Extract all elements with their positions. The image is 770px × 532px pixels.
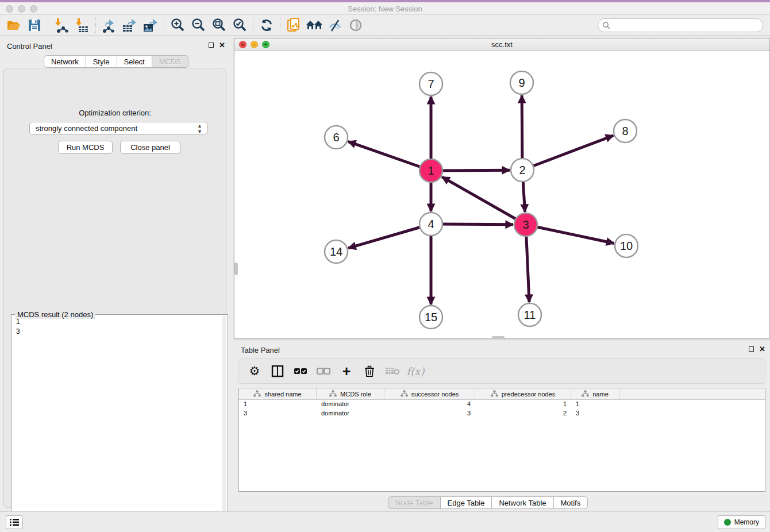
graph-node-14[interactable]: 14 [325, 240, 348, 263]
graph-node-1[interactable]: 1 [419, 159, 442, 182]
home-icon[interactable] [304, 17, 325, 34]
hide-panel-icon[interactable] [325, 17, 345, 34]
table-cell[interactable]: 1 [239, 400, 317, 409]
mcds-tab-content: Optimization criterion: strongly connect… [3, 68, 226, 508]
table-cell[interactable]: 3 [239, 409, 317, 418]
delete-column-icon[interactable] [362, 364, 377, 379]
table-cell[interactable]: dominator [317, 409, 384, 418]
column-header-MCDS-role[interactable]: MCDS role [317, 388, 384, 400]
table-cell[interactable]: 3 [571, 409, 619, 418]
mcds-result-title: MCDS result (2 nodes) [15, 310, 95, 319]
split-columns-icon[interactable] [270, 364, 285, 379]
tab-edge-table[interactable]: Edge Table [441, 496, 492, 509]
control-panel-title: Control Panel [7, 42, 52, 51]
search-input[interactable] [598, 18, 763, 32]
table-row[interactable]: 3dominator323 [239, 409, 765, 418]
tab-style[interactable]: Style [86, 55, 117, 68]
close-panel-icon[interactable]: ✕ [759, 346, 765, 352]
graph-node-2[interactable]: 2 [511, 159, 534, 182]
mcds-result-text[interactable]: 1 3 [13, 317, 20, 337]
import-table-icon[interactable] [72, 17, 93, 34]
table-cell[interactable]: 4 [384, 400, 475, 409]
export-table-icon[interactable] [120, 17, 140, 34]
tab-network[interactable]: Network [44, 55, 86, 68]
task-history-button[interactable] [6, 515, 23, 529]
tab-mcds[interactable]: MCDS [152, 55, 188, 68]
hierarchy-icon [329, 390, 337, 398]
criterion-dropdown[interactable]: strongly connected component ▲▼ [29, 122, 207, 135]
criterion-value: strongly connected component [36, 124, 137, 133]
result-scrollbar[interactable] [222, 316, 226, 530]
svg-text:9: 9 [518, 76, 525, 89]
edge-3-10[interactable] [526, 225, 614, 243]
toolbar-separator [253, 18, 253, 33]
refresh-icon[interactable] [256, 17, 277, 34]
zoom-selected-icon[interactable] [229, 17, 250, 34]
graph-node-7[interactable]: 7 [419, 72, 442, 95]
node-table: shared nameMCDS rolesuccessor nodesprede… [238, 388, 765, 492]
add-column-icon[interactable]: + [339, 364, 354, 379]
edge-2-8[interactable] [522, 136, 613, 170]
graph-node-15[interactable]: 15 [419, 306, 442, 329]
tab-network-table[interactable]: Network Table [492, 496, 553, 509]
delete-table-icon[interactable] [385, 364, 400, 379]
graph-node-4[interactable]: 4 [419, 213, 442, 236]
save-icon[interactable] [24, 17, 45, 34]
float-panel-icon[interactable] [749, 346, 754, 352]
table-cell[interactable]: 3 [384, 409, 475, 418]
column-header-predecessor-nodes[interactable]: predecessor nodes [475, 388, 571, 400]
column-header-shared-name[interactable]: shared name [239, 388, 317, 400]
clone-network-icon[interactable] [283, 17, 304, 34]
column-header-name[interactable]: name [571, 388, 619, 400]
tab-node-table[interactable]: Node Table [388, 496, 441, 509]
tab-select[interactable]: Select [117, 55, 152, 68]
run-mcds-button[interactable]: Run MCDS [58, 141, 113, 154]
toolbar-separator [95, 18, 96, 33]
zoom-in-icon[interactable] [167, 17, 188, 34]
zoom-out-icon[interactable] [188, 17, 209, 34]
memory-label: Memory [734, 518, 759, 526]
export-network-icon[interactable] [99, 17, 120, 34]
graph-node-3[interactable]: 3 [514, 213, 537, 236]
close-panel-icon[interactable]: ✕ [219, 42, 225, 48]
graph-node-10[interactable]: 10 [615, 234, 638, 257]
deselect-all-icon[interactable] [316, 364, 331, 379]
network-view-window: ✕ − + scc.txt 1234678910111415 [234, 38, 770, 339]
memory-button[interactable]: Memory [718, 515, 765, 529]
network-vscroll-handle[interactable] [234, 263, 238, 275]
float-panel-icon[interactable] [209, 43, 214, 48]
open-file-icon[interactable] [3, 17, 24, 34]
table-row[interactable]: 1dominator411 [239, 400, 765, 409]
table-cell[interactable]: 2 [475, 409, 571, 418]
network-window-titlebar[interactable]: ✕ − + scc.txt [234, 38, 769, 51]
column-header-successor-nodes[interactable]: successor nodes [384, 388, 475, 400]
select-all-icon[interactable] [293, 364, 308, 379]
graph-node-9[interactable]: 9 [510, 71, 533, 94]
window-title: Session: New Session [0, 5, 770, 13]
close-panel-button[interactable]: Close panel [120, 141, 180, 154]
edge-4-3[interactable] [431, 224, 513, 225]
graph-node-6[interactable]: 6 [325, 126, 348, 149]
zoom-fit-icon[interactable] [209, 17, 229, 34]
node-table-rows: 1dominator4113dominator323 [239, 400, 765, 418]
import-network-icon[interactable] [51, 17, 72, 34]
network-hscroll-handle[interactable] [492, 336, 505, 339]
table-cell[interactable]: 1 [571, 400, 619, 409]
gear-icon[interactable]: ⚙ [247, 364, 262, 379]
hierarchy-icon [582, 390, 589, 398]
edge-4-14[interactable] [348, 224, 431, 248]
search-field-wrap [598, 18, 763, 32]
network-graph-canvas[interactable]: 1234678910111415 [234, 51, 769, 338]
graph-node-8[interactable]: 8 [614, 119, 637, 142]
control-panel-header: Control Panel ✕ [0, 38, 230, 54]
edge-3-1[interactable] [442, 177, 526, 225]
graph-node-11[interactable]: 11 [518, 303, 541, 326]
edge-1-6[interactable] [348, 141, 431, 171]
export-image-icon[interactable] [140, 17, 161, 34]
eye-icon[interactable] [345, 17, 366, 34]
table-cell[interactable]: dominator [317, 400, 384, 409]
tab-motifs[interactable]: Motifs [554, 496, 588, 509]
toolbar-separator [164, 18, 164, 33]
table-cell[interactable]: 1 [475, 400, 571, 409]
window-titlebar: Session: New Session [0, 0, 770, 15]
